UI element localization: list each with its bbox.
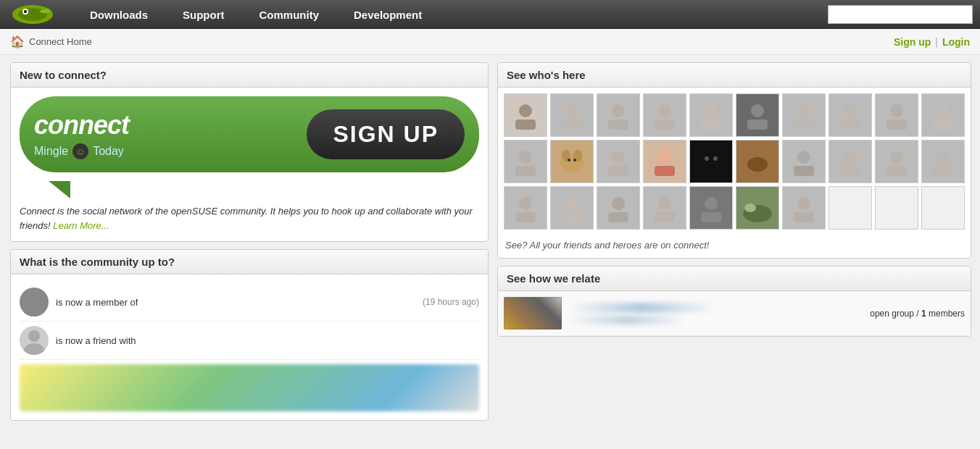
svg-rect-19 — [747, 119, 768, 130]
grid-avatar-23[interactable] — [597, 186, 640, 230]
grid-avatar-12[interactable] — [550, 140, 594, 183]
svg-rect-67 — [794, 212, 814, 222]
svg-point-12 — [612, 104, 625, 117]
mingle-text: Mingle ☺ Today — [34, 143, 129, 159]
left-column: New to connect? connect Mingle ☺ Today S… — [10, 62, 489, 421]
nav-support[interactable]: Support — [165, 0, 242, 29]
breadcrumb: 🏠 Connect Home Sign up | Login — [0, 29, 980, 55]
connect-description: Connect is the social network of the ope… — [20, 204, 479, 232]
learn-more-link[interactable]: Learn More... — [53, 220, 109, 231]
login-link[interactable]: Login — [942, 36, 970, 48]
grid-avatar-16[interactable] — [736, 140, 779, 183]
grid-avatar-19[interactable] — [875, 140, 918, 183]
svg-rect-13 — [608, 119, 628, 130]
svg-point-7 — [24, 343, 44, 355]
nav-development[interactable]: Development — [336, 0, 439, 29]
today-label: Today — [93, 145, 124, 158]
new-to-connect-header: New to connect? — [11, 63, 488, 88]
svg-rect-36 — [608, 166, 628, 176]
svg-point-51 — [937, 151, 950, 164]
svg-point-5 — [24, 305, 44, 316]
grid-avatar-4[interactable] — [643, 93, 686, 137]
grid-avatar-26[interactable] — [736, 186, 779, 230]
svg-point-49 — [890, 151, 903, 164]
see-who-title-bold: who — [529, 69, 551, 81]
svg-point-20 — [797, 104, 810, 117]
svg-rect-21 — [794, 119, 814, 130]
mingle-label: Mingle — [34, 145, 68, 158]
relate-sub-1 — [569, 316, 685, 324]
svg-point-10 — [565, 104, 578, 117]
grid-avatar-9[interactable] — [875, 93, 918, 137]
opensuse-icon: ☺ — [72, 143, 88, 159]
home-icon: 🏠 — [10, 35, 25, 49]
svg-point-6 — [28, 330, 40, 342]
grid-avatar-18[interactable] — [829, 140, 872, 183]
grid-avatar-10[interactable] — [921, 93, 965, 137]
nav-community[interactable]: Community — [242, 0, 337, 29]
grid-avatar-8[interactable] — [829, 93, 872, 137]
community-time-1: (19 hours ago) — [423, 297, 479, 307]
see-who-note: See? All your friends and heroes are on … — [498, 235, 971, 258]
community-text-1: is now a member of — [56, 297, 138, 308]
svg-rect-50 — [886, 166, 907, 176]
grid-avatar-24[interactable] — [643, 186, 686, 230]
grid-avatar-1[interactable] — [504, 93, 547, 137]
svg-point-28 — [519, 151, 532, 164]
svg-rect-17 — [701, 119, 721, 130]
grid-avatar-15[interactable] — [689, 140, 733, 183]
svg-rect-29 — [515, 166, 536, 176]
see-who-title-end: 's here — [551, 69, 586, 81]
community-header: What is the community up to? — [11, 250, 488, 274]
breadcrumb-home-label: Connect Home — [29, 36, 92, 47]
grid-avatar-11[interactable] — [504, 140, 547, 183]
svg-point-39 — [658, 151, 671, 164]
grid-avatar-30 — [921, 186, 965, 230]
grid-avatar-14[interactable] — [643, 140, 686, 183]
signup-banner: connect Mingle ☺ Today SIGN UP — [20, 96, 479, 172]
grid-avatar-17[interactable] — [782, 140, 826, 183]
grid-avatar-5[interactable] — [689, 93, 733, 137]
search-input[interactable] — [828, 5, 973, 24]
grid-avatar-3[interactable] — [597, 93, 640, 137]
svg-point-33 — [568, 159, 570, 161]
grid-avatar-7[interactable] — [782, 93, 826, 137]
svg-rect-9 — [515, 119, 536, 130]
nav-links: Downloads Support Community Development — [72, 0, 828, 29]
breadcrumb-separator: | — [935, 36, 938, 48]
relate-info-1 — [569, 303, 863, 324]
svg-rect-11 — [562, 119, 582, 130]
svg-point-34 — [573, 159, 576, 161]
speech-tail — [49, 181, 70, 198]
grid-avatar-27[interactable] — [782, 186, 826, 230]
top-navigation: Downloads Support Community Development — [0, 0, 980, 29]
nav-downloads[interactable]: Downloads — [72, 0, 165, 29]
grid-avatar-2[interactable] — [550, 93, 594, 137]
main-content: New to connect? connect Mingle ☺ Today S… — [0, 55, 980, 428]
community-avatar-2 — [20, 326, 49, 355]
see-who-header: See who's here — [498, 63, 971, 88]
svg-point-42 — [713, 156, 718, 161]
svg-point-47 — [844, 151, 857, 164]
grid-avatar-20[interactable] — [921, 140, 965, 183]
grid-avatar-22[interactable] — [550, 186, 594, 230]
site-logo[interactable] — [7, 1, 58, 28]
svg-rect-62 — [701, 212, 721, 222]
relate-item-1[interactable]: open group / 1 members — [498, 291, 971, 336]
svg-point-4 — [28, 292, 40, 303]
signup-link[interactable]: Sign up — [894, 36, 931, 48]
grid-avatar-13[interactable] — [597, 140, 640, 183]
svg-rect-48 — [840, 166, 860, 176]
svg-point-3 — [24, 10, 27, 13]
grid-avatar-21[interactable] — [504, 186, 547, 230]
grid-avatar-6[interactable] — [736, 93, 779, 137]
see-who-title-start: See — [507, 69, 529, 81]
community-action-1: is now a member of — [56, 297, 138, 308]
search-area — [828, 5, 973, 24]
svg-rect-15 — [655, 119, 675, 130]
svg-rect-54 — [515, 212, 536, 222]
svg-rect-27 — [933, 119, 953, 130]
grid-avatar-25[interactable] — [689, 186, 733, 230]
relate-thumb-inner-1 — [504, 297, 562, 330]
signup-button[interactable]: SIGN UP — [307, 109, 465, 159]
